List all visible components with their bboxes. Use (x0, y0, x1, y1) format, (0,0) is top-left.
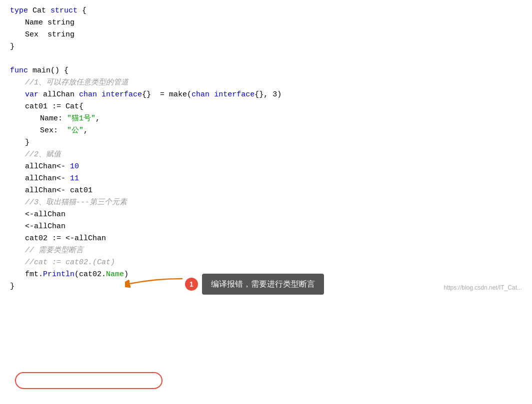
arrow-container (125, 274, 182, 294)
highlight-circle (15, 372, 162, 389)
code-line: //1、可以存放任意类型的管道 (10, 77, 522, 89)
code-line: //2、赋值 (10, 149, 522, 161)
keyword-type: type (10, 5, 28, 17)
code-area: type Cat struct { Name string Sex string… (0, 0, 532, 298)
code-line: Name: "猫1号", (10, 113, 522, 125)
code-line: <-allChan (10, 221, 522, 233)
code-line: func main() { (10, 65, 522, 77)
code-line: var allChan chan interface{} = make(chan… (10, 89, 522, 101)
code-line (10, 53, 522, 65)
code-line: //cat := cat02.(Cat) (10, 257, 522, 269)
annotation-number: 1 (185, 278, 198, 291)
code-line: } (10, 41, 522, 53)
code-line: //3、取出猫猫---第三个元素 (10, 197, 522, 209)
code-line: allChan<- cat01 (10, 185, 522, 197)
code-line: cat02 := <-allChan (10, 233, 522, 245)
code-line: Sex: "公", (10, 125, 522, 137)
code-line: Sex string (10, 29, 522, 41)
keyword-struct: struct (50, 5, 78, 17)
keyword-func: func (10, 65, 28, 77)
code-line: // 需要类型断言 (10, 245, 522, 257)
annotation-bubble: 编译报错，需要进行类型断言 (202, 274, 324, 295)
code-line: allChan<- 11 (10, 173, 522, 185)
code-line: allChan<- 10 (10, 161, 522, 173)
code-line: Name string (10, 17, 522, 29)
code-line: <-allChan (10, 209, 522, 221)
code-line: cat01 := Cat{ (10, 101, 522, 113)
annotation-container: 1 编译报错，需要进行类型断言 (185, 274, 324, 295)
url-label: https://blog.csdn.net/IT_Cat... (444, 283, 522, 293)
code-line: type Cat struct { (10, 5, 522, 17)
code-line: } (10, 137, 522, 149)
